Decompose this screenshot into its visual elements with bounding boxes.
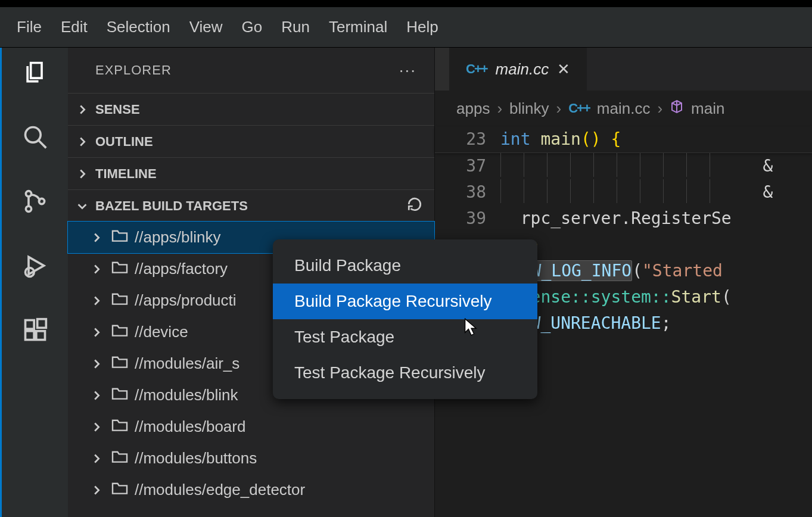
menu-help[interactable]: Help	[397, 13, 447, 41]
code-text: &	[763, 156, 773, 176]
section-bazel[interactable]: BAZEL BUILD TARGETS	[68, 189, 434, 222]
tree-item-label: //device	[135, 323, 188, 341]
explorer-header: EXPLORER ···	[68, 48, 434, 93]
tree-item-label: //modules/edge_detector	[135, 481, 305, 499]
code-text: &	[763, 182, 773, 202]
chevron-right-icon	[88, 229, 105, 246]
section-outline-label: OUTLINE	[95, 134, 153, 150]
svg-rect-6	[25, 320, 34, 329]
symbol-icon	[670, 99, 684, 118]
line-number: 38	[435, 179, 500, 205]
tree-item-label: //apps/blinky	[135, 228, 221, 247]
chevron-right-icon	[88, 419, 105, 435]
chevron-right-icon	[88, 261, 105, 278]
extensions-icon[interactable]	[21, 316, 49, 344]
ctx-build-package[interactable]: Build Package	[273, 248, 537, 284]
ctx-build-package-recursively[interactable]: Build Package Recursively	[273, 284, 537, 319]
tree-item-label: //modules/buttons	[135, 449, 257, 468]
folder-icon	[111, 260, 129, 278]
svg-rect-9	[37, 319, 46, 328]
code-fn: main	[540, 129, 580, 149]
breadcrumbs[interactable]: apps › blinky › C++ main.cc › main	[435, 91, 812, 126]
breadcrumb-blinky[interactable]: blinky	[509, 99, 549, 118]
tree-item-label: //modules/blink	[135, 386, 238, 404]
chevron-down-icon	[74, 198, 91, 214]
menu-run[interactable]: Run	[272, 13, 319, 41]
tree-item-label: //apps/factory	[135, 260, 228, 278]
svg-point-3	[26, 206, 31, 211]
folder-icon	[111, 386, 129, 404]
chevron-right-icon	[74, 133, 91, 150]
tab-bar: C++ main.cc ✕	[435, 48, 812, 91]
close-icon[interactable]: ✕	[557, 60, 570, 79]
tree-item-label: //modules/air_s	[135, 354, 239, 373]
chevron-right-icon	[88, 450, 105, 467]
menu-view[interactable]: View	[180, 13, 232, 41]
line-number: 23	[435, 126, 500, 152]
menu-file[interactable]: File	[7, 13, 51, 41]
more-actions-icon[interactable]: ···	[399, 61, 416, 80]
section-sense[interactable]: SENSE	[68, 93, 434, 125]
line-number: 37	[435, 153, 500, 179]
code-fn: Start	[671, 287, 721, 307]
code-namespace: sense::system::	[521, 287, 671, 307]
line-number: 39	[435, 205, 500, 232]
source-control-icon[interactable]	[21, 187, 49, 216]
folder-icon	[111, 481, 129, 499]
menu-terminal[interactable]: Terminal	[319, 13, 397, 41]
section-timeline[interactable]: TIMELINE	[68, 157, 434, 189]
breadcrumb-symbol[interactable]: main	[691, 99, 724, 118]
folder-icon	[111, 323, 129, 341]
folder-icon	[111, 418, 129, 436]
chevron-right-icon	[88, 292, 105, 309]
ctx-test-package[interactable]: Test Package	[273, 319, 537, 355]
chevron-right-icon: ›	[556, 99, 562, 118]
refresh-icon[interactable]	[407, 197, 422, 216]
code-string: "Started	[642, 261, 723, 281]
chevron-right-icon	[74, 166, 91, 182]
tree-item-modules-edge[interactable]: //modules/edge_detector	[68, 474, 434, 506]
cpp-file-icon: C++	[466, 61, 487, 77]
code-keyword: int	[500, 129, 531, 149]
folder-icon	[111, 291, 129, 310]
breadcrumb-apps[interactable]: apps	[456, 99, 490, 118]
folder-icon	[111, 228, 129, 247]
section-bazel-label: BAZEL BUILD TARGETS	[95, 198, 248, 214]
menubar: File Edit Selection View Go Run Terminal…	[0, 7, 812, 48]
svg-rect-7	[25, 331, 34, 340]
search-icon[interactable]	[21, 123, 49, 151]
chevron-right-icon	[74, 101, 91, 118]
folder-icon	[111, 354, 129, 373]
menu-selection[interactable]: Selection	[97, 13, 180, 41]
tree-item-modules-board[interactable]: //modules/board	[68, 411, 434, 443]
svg-point-0	[25, 127, 41, 143]
menu-go[interactable]: Go	[232, 13, 272, 41]
code-text: rpc_server.RegisterSe	[521, 208, 732, 228]
cpp-file-icon: C++	[568, 101, 590, 116]
section-outline[interactable]: OUTLINE	[68, 125, 434, 157]
chevron-right-icon: ›	[657, 99, 662, 118]
run-debug-icon[interactable]	[21, 251, 49, 280]
chevron-right-icon	[88, 482, 105, 499]
section-sense-label: SENSE	[95, 102, 140, 117]
context-menu: Build Package Build Package Recursively …	[273, 239, 537, 399]
chevron-right-icon	[88, 324, 105, 341]
menu-edit[interactable]: Edit	[51, 13, 97, 41]
tree-item-label: //apps/producti	[135, 291, 237, 310]
explorer-title: EXPLORER	[95, 63, 172, 78]
activity-bar	[0, 48, 68, 517]
svg-point-2	[26, 191, 31, 197]
explorer-icon[interactable]	[21, 58, 49, 87]
tab-main-cc[interactable]: C++ main.cc ✕	[449, 48, 587, 91]
svg-rect-8	[36, 331, 45, 340]
ctx-test-package-recursively[interactable]: Test Package Recursively	[273, 355, 537, 391]
chevron-right-icon: ›	[497, 99, 502, 118]
mouse-cursor-icon	[464, 318, 478, 338]
tree-item-modules-buttons[interactable]: //modules/buttons	[68, 443, 434, 474]
chevron-right-icon	[88, 356, 105, 372]
svg-line-1	[38, 141, 46, 148]
section-timeline-label: TIMELINE	[95, 166, 157, 182]
breadcrumb-file[interactable]: main.cc	[597, 99, 651, 118]
tab-filename: main.cc	[496, 60, 549, 79]
code-macro: PW_UNREACHABLE	[521, 313, 661, 333]
